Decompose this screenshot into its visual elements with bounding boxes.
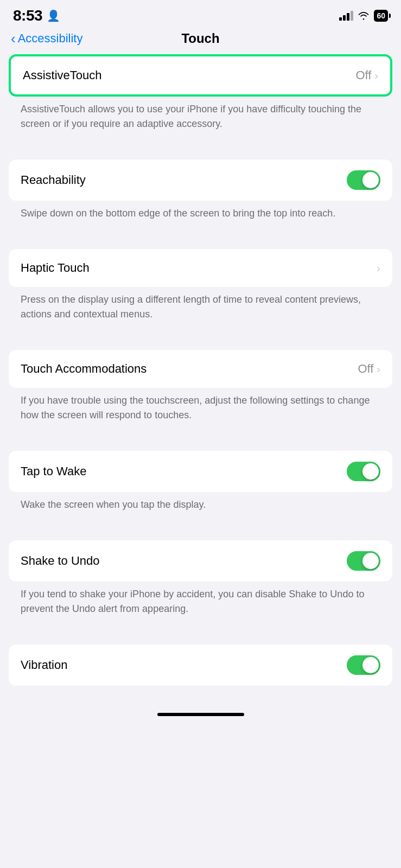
home-indicator: [0, 707, 401, 725]
shake-to-undo-description: If you tend to shake your iPhone by acci…: [9, 582, 392, 625]
vibration-card: Vibration: [9, 644, 392, 686]
assistive-touch-status: Off: [355, 68, 371, 82]
reachability-label: Reachability: [21, 173, 86, 187]
status-icons: 60: [339, 10, 388, 22]
reachability-card: Reachability: [9, 159, 392, 201]
status-time: 8:53: [13, 7, 42, 24]
vibration-toggle[interactable]: [347, 655, 380, 675]
tap-to-wake-section: Tap to Wake Wake the screen when you tap…: [9, 451, 392, 521]
person-icon: 👤: [47, 9, 60, 22]
shake-to-undo-row[interactable]: Shake to Undo: [9, 540, 392, 582]
haptic-touch-label: Haptic Touch: [21, 261, 90, 275]
shake-to-undo-section: Shake to Undo If you tend to shake your …: [9, 540, 392, 625]
touch-accommodations-status: Off: [358, 362, 373, 376]
tap-to-wake-toggle-knob: [362, 463, 379, 480]
battery-icon: 60: [374, 10, 388, 22]
home-bar: [157, 713, 244, 716]
shake-to-undo-toggle[interactable]: [347, 551, 380, 571]
touch-accommodations-chevron: ›: [377, 363, 380, 375]
back-button[interactable]: ‹ Accessibility: [11, 31, 82, 46]
haptic-touch-row[interactable]: Haptic Touch ›: [9, 249, 392, 287]
haptic-touch-card: Haptic Touch ›: [9, 249, 392, 287]
haptic-touch-chevron: ›: [377, 262, 380, 275]
assistive-touch-description: AssistiveTouch allows you to use your iP…: [9, 97, 392, 140]
assistive-touch-card: AssistiveTouch Off ›: [9, 54, 392, 97]
shake-to-undo-card: Shake to Undo: [9, 540, 392, 582]
back-label: Accessibility: [18, 31, 83, 46]
reachability-toggle-knob: [362, 172, 379, 188]
touch-accommodations-label: Touch Accommodations: [21, 362, 147, 376]
touch-accommodations-card: Touch Accommodations Off ›: [9, 350, 392, 388]
touch-accommodations-row[interactable]: Touch Accommodations Off ›: [9, 350, 392, 388]
page-title: Touch: [181, 31, 219, 46]
assistive-touch-section: AssistiveTouch Off › AssistiveTouch allo…: [9, 54, 392, 140]
touch-accommodations-section: Touch Accommodations Off › If you have t…: [9, 350, 392, 431]
signal-icon: [339, 11, 353, 21]
haptic-touch-right: ›: [377, 262, 380, 275]
haptic-touch-section: Haptic Touch › Press on the display usin…: [9, 249, 392, 330]
vibration-label: Vibration: [21, 658, 67, 672]
assistive-touch-row[interactable]: AssistiveTouch Off ›: [11, 56, 390, 94]
reachability-section: Reachability Swipe down on the bottom ed…: [9, 159, 392, 229]
reachability-row[interactable]: Reachability: [9, 159, 392, 201]
status-bar: 8:53 👤 60: [0, 0, 401, 29]
assistive-touch-chevron: ›: [374, 69, 378, 82]
touch-accommodations-right: Off ›: [358, 362, 380, 376]
vibration-section: Vibration: [9, 644, 392, 686]
tap-to-wake-row[interactable]: Tap to Wake: [9, 451, 392, 492]
tap-to-wake-toggle[interactable]: [347, 462, 380, 481]
assistive-touch-right: Off ›: [355, 68, 378, 82]
tap-to-wake-label: Tap to Wake: [21, 464, 86, 478]
tap-to-wake-card: Tap to Wake: [9, 451, 392, 492]
vibration-row[interactable]: Vibration: [9, 644, 392, 686]
wifi-icon: [358, 11, 370, 20]
tap-to-wake-description: Wake the screen when you tap the display…: [9, 492, 392, 521]
back-chevron-icon: ‹: [11, 31, 16, 46]
reachability-toggle[interactable]: [347, 170, 380, 190]
vibration-toggle-knob: [362, 657, 379, 673]
nav-header: ‹ Accessibility Touch: [0, 29, 401, 54]
assistive-touch-label: AssistiveTouch: [23, 68, 102, 82]
reachability-description: Swipe down on the bottom edge of the scr…: [9, 201, 392, 229]
shake-to-undo-toggle-knob: [362, 553, 379, 569]
touch-accommodations-description: If you have trouble using the touchscree…: [9, 388, 392, 431]
haptic-touch-description: Press on the display using a different l…: [9, 287, 392, 330]
shake-to-undo-label: Shake to Undo: [21, 554, 100, 568]
